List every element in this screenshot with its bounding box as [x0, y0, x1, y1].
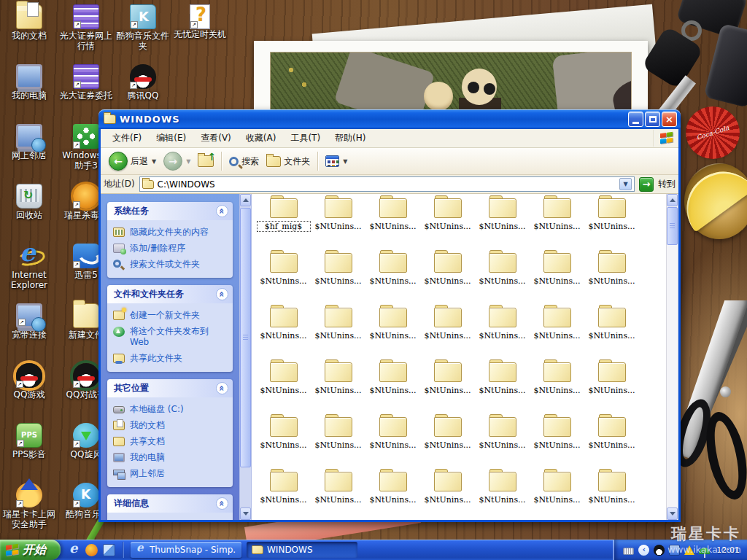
task-link[interactable]: 共享文档	[113, 436, 227, 447]
task-link[interactable]: 共享此文件夹	[113, 353, 227, 364]
back-dropdown-icon[interactable]: ▼	[152, 158, 156, 165]
menu-item-tools[interactable]: 工具(T)	[283, 129, 328, 147]
scroll-track[interactable]	[667, 206, 678, 508]
task-link[interactable]: 隐藏此文件夹的内容	[113, 227, 227, 238]
folder-item[interactable]: $NtUnins...	[311, 358, 365, 413]
network-icon[interactable]	[669, 545, 680, 556]
desktop-icon-wuyou-timed-shutdown[interactable]: ↗无忧定时关机	[174, 4, 226, 39]
address-dropdown-button[interactable]: ▼	[619, 178, 632, 190]
scroll-up-button[interactable]	[240, 194, 251, 206]
scroll-down-button[interactable]	[240, 508, 251, 520]
folder-item[interactable]: $NtUnins...	[420, 249, 475, 303]
folder-item[interactable]: $NtUnins...	[530, 249, 584, 303]
collapse-chevron-icon[interactable]: «	[216, 382, 228, 394]
folder-item[interactable]: $NtUnins...	[475, 467, 530, 520]
scroll-down-button[interactable]	[667, 508, 678, 520]
forward-button[interactable]: → ▼	[160, 149, 194, 173]
folder-item[interactable]: $NtUnins...	[256, 467, 311, 520]
folder-item[interactable]: $NtUnins...	[420, 303, 475, 358]
folder-item[interactable]: $NtUnins...	[311, 194, 365, 249]
scroll-thumb[interactable]	[667, 207, 678, 245]
rising-umbrella-icon[interactable]	[699, 548, 710, 554]
folder-item[interactable]: $hf_mig$	[256, 194, 311, 249]
folder-item[interactable]: $NtUnins...	[420, 413, 475, 467]
collapse-chevron-icon[interactable]	[638, 545, 649, 556]
file-list-scrollbar[interactable]	[666, 194, 678, 520]
desktop-icon-kugou-music-folder[interactable]: ↗酷狗音乐文件夹	[117, 4, 169, 51]
folder-item[interactable]: $NtUnins...	[584, 358, 639, 413]
show-desktop-icon[interactable]	[103, 544, 115, 556]
desktop-icon-internet-explorer[interactable]: InternetExplorer	[3, 244, 55, 290]
folder-item[interactable]: $NtUnins...	[530, 303, 584, 358]
minimize-button[interactable]	[628, 112, 643, 127]
folder-item[interactable]: $NtUnins...	[584, 249, 639, 303]
qq-icon[interactable]	[654, 545, 665, 556]
go-button[interactable]: →	[639, 177, 654, 192]
panel-header-system-tasks[interactable]: 系统任务«	[107, 202, 233, 220]
desktop-icon-recycle-bin[interactable]: 回收站	[3, 184, 55, 220]
menu-item-file[interactable]: 文件(F)	[105, 129, 149, 147]
warning-icon[interactable]	[684, 545, 694, 555]
desktop-icon-tencent-qq[interactable]: ↗腾讯QQ	[117, 64, 169, 101]
folder-item[interactable]: $NtUnins...	[256, 358, 311, 413]
task-link[interactable]: 搜索文件或文件夹	[113, 259, 227, 270]
folder-item[interactable]: $NtUnins...	[311, 467, 365, 520]
folder-item[interactable]: $NtUnins...	[584, 467, 639, 520]
folder-item[interactable]: $NtUnins...	[311, 413, 365, 467]
menu-item-favorites[interactable]: 收藏(A)	[239, 129, 284, 147]
folder-item[interactable]: $NtUnins...	[475, 358, 530, 413]
panel-header-details[interactable]: 详细信息«	[107, 494, 233, 513]
folder-item[interactable]: $NtUnins...	[365, 194, 420, 249]
task-link[interactable]: 网上邻居	[113, 468, 227, 479]
folder-item[interactable]: $NtUnins...	[420, 358, 475, 413]
collapse-chevron-icon[interactable]: «	[216, 497, 228, 510]
task-link[interactable]: 创建一个新文件夹	[113, 310, 227, 321]
folder-item[interactable]: $NtUnins...	[530, 413, 584, 467]
scroll-thumb[interactable]	[240, 208, 251, 467]
ie-icon[interactable]	[68, 544, 80, 556]
views-button[interactable]: ▼	[322, 153, 351, 169]
task-link[interactable]: 本地磁盘 (C:)	[113, 404, 227, 415]
folder-item[interactable]: $NtUnins...	[584, 303, 639, 358]
folders-button[interactable]: 文件夹	[263, 153, 314, 170]
folder-item[interactable]: $NtUnins...	[584, 194, 639, 249]
task-link[interactable]: 将这个文件夹发布到 Web	[113, 326, 227, 348]
up-button[interactable]: ↑	[194, 153, 217, 169]
desktop-icon-my-documents[interactable]: 我的文档	[3, 4, 55, 41]
desktop-icon-guangda-securities-trade[interactable]: ↗光大证券委托	[60, 64, 112, 101]
folder-item[interactable]: $NtUnins...	[530, 194, 584, 249]
taskbar-button-thumbsnap[interactable]: ThumbSnap - Simp...	[131, 542, 241, 558]
desktop-icon-pps-video[interactable]: ↗PPS影音	[3, 423, 55, 459]
folder-item[interactable]: $NtUnins...	[311, 249, 365, 303]
menu-item-help[interactable]: 帮助(H)	[328, 129, 373, 147]
folder-item[interactable]: $NtUnins...	[584, 413, 639, 467]
folder-item[interactable]: $NtUnins...	[475, 413, 530, 467]
menu-item-edit[interactable]: 编辑(E)	[149, 129, 193, 147]
folder-item[interactable]: $NtUnins...	[365, 249, 420, 303]
kaka-icon[interactable]	[85, 544, 98, 556]
desktop-icon-rising-kaka-assistant[interactable]: ↗瑞星卡卡上网安全助手	[3, 483, 55, 529]
desktop-icon-qq-games[interactable]: ↗QQ游戏	[3, 363, 55, 400]
task-link[interactable]: 添加/删除程序	[113, 243, 227, 254]
keyboard-icon[interactable]	[623, 548, 634, 555]
task-pane-scrollbar[interactable]	[239, 194, 252, 520]
start-button[interactable]: 开始	[0, 540, 61, 560]
panel-header-file-tasks[interactable]: 文件和文件夹任务«	[107, 285, 233, 303]
desktop-icon-network-places[interactable]: 网上邻居	[3, 124, 55, 160]
desktop-icon-my-computer[interactable]: 我的电脑	[3, 64, 55, 101]
folder-item[interactable]: $NtUnins...	[475, 303, 530, 358]
folder-item[interactable]: $NtUnins...	[420, 194, 475, 249]
address-input[interactable]: C:\WINDOWS ▼	[139, 176, 635, 192]
clock[interactable]: 12:01	[716, 545, 740, 555]
folder-item[interactable]: $NtUnins...	[475, 194, 530, 249]
back-button[interactable]: ← 后退 ▼	[105, 149, 160, 173]
folder-item[interactable]: $NtUnins...	[256, 303, 311, 358]
folder-item[interactable]: $NtUnins...	[530, 358, 584, 413]
folder-item[interactable]: $NtUnins...	[365, 358, 420, 413]
scroll-up-button[interactable]	[667, 194, 678, 206]
folder-item[interactable]: $NtUnins...	[256, 413, 311, 467]
folder-item[interactable]: $NtUnins...	[475, 249, 530, 303]
folder-item[interactable]: $NtUnins...	[365, 413, 420, 467]
desktop-icon-guangda-securities-quotes[interactable]: ↗光大证券网上行情	[60, 4, 112, 51]
desktop-icon-broadband-connection[interactable]: ↗宽带连接	[3, 303, 55, 340]
